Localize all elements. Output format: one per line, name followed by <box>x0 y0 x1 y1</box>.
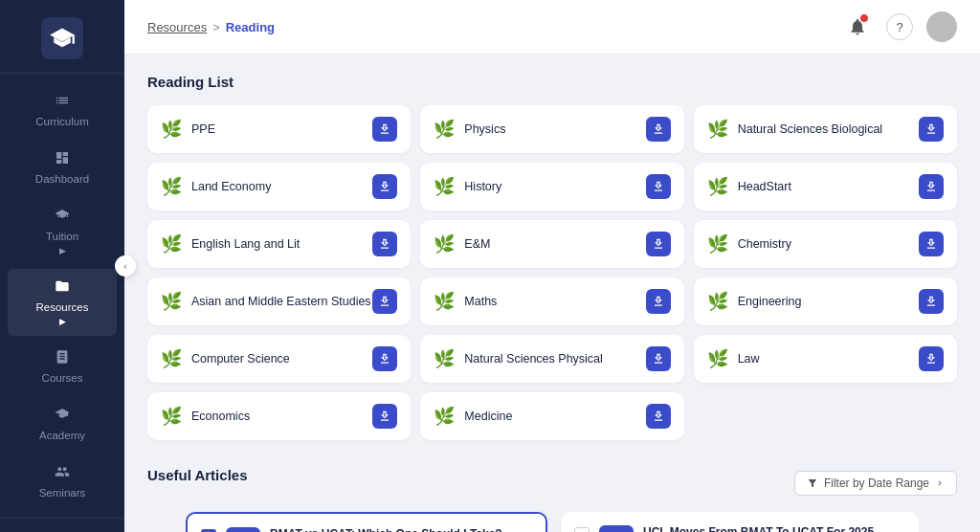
card-label: PPE <box>191 122 215 136</box>
leaf-icon: 🌿 <box>161 233 182 255</box>
reading-card-maths: 🌿 Maths <box>420 277 683 325</box>
card-label: Law <box>738 352 760 366</box>
topbar-actions: ? <box>842 11 957 42</box>
sidebar-item-curriculum[interactable]: Curriculum <box>8 83 117 137</box>
reading-card-headstart: 🌿 HeadStart <box>694 163 957 211</box>
breadcrumb: Resources > Reading <box>147 20 275 34</box>
leaf-icon: 🌿 <box>707 176 728 197</box>
card-label: Physics <box>464 122 505 136</box>
article-card-bmat-ucat[interactable]: 5 Jan BMAT vs UCAT: Which One Should I T… <box>186 512 547 532</box>
courses-icon <box>55 349 70 368</box>
reading-card-medicine: 🌿 Medicine <box>420 392 683 440</box>
reading-card-chemistry: 🌿 Chemistry <box>694 220 957 268</box>
card-left: 🌿 Maths <box>434 291 497 312</box>
breadcrumb-separator: > <box>212 20 220 34</box>
articles-carousel: ‹ 5 Jan BMAT vs UCAT: Which One Should I… <box>147 512 957 532</box>
card-left: 🌿 Computer Science <box>161 348 290 369</box>
sidebar-item-resources[interactable]: Resources ▶ <box>8 269 117 336</box>
download-button[interactable] <box>372 346 397 371</box>
help-circle-button[interactable]: ? <box>886 13 913 40</box>
download-button[interactable] <box>919 346 944 371</box>
leaf-icon: 🌿 <box>161 176 182 197</box>
download-button[interactable] <box>646 232 671 256</box>
card-label: Chemistry <box>738 237 791 251</box>
card-left: 🌿 Law <box>707 348 760 369</box>
download-button[interactable] <box>372 289 397 314</box>
sidebar-item-seminars[interactable]: Seminars <box>8 454 117 508</box>
article-checkbox[interactable] <box>574 527 590 532</box>
article-card-ucl-bmat[interactable]: 5 Jan UCL Moves From BMAT To UCAT For 20… <box>561 512 919 532</box>
sidebar-item-academy[interactable]: Academy <box>8 397 117 451</box>
download-button[interactable] <box>372 117 397 142</box>
sidebar-collapse-button[interactable]: ‹ <box>115 255 136 277</box>
sidebar-item-tuition-label: Tuition <box>46 231 78 242</box>
leaf-icon: 🌿 <box>434 176 455 197</box>
card-left: 🌿 Engineering <box>707 291 802 312</box>
download-button[interactable] <box>646 289 671 314</box>
leaf-icon: 🌿 <box>161 406 182 427</box>
download-button[interactable] <box>646 174 671 199</box>
breadcrumb-parent[interactable]: Resources <box>147 20 207 34</box>
filter-date-button[interactable]: Filter by Date Range <box>794 471 957 496</box>
card-label: Natural Sciences Biological <box>738 122 882 136</box>
download-button[interactable] <box>919 289 944 314</box>
notification-button[interactable] <box>842 11 873 42</box>
sidebar-item-dashboard[interactable]: Dashboard <box>8 141 117 194</box>
content-area: Reading List 🌿 PPE 🌿 Physics 🌿 Natural S… <box>124 55 980 532</box>
leaf-icon: 🌿 <box>161 119 182 140</box>
sidebar-item-curriculum-label: Curriculum <box>35 116 89 127</box>
reading-card-english-lang: 🌿 English Lang and Lit <box>147 220 411 268</box>
reading-card-computer-science: 🌿 Computer Science <box>147 335 411 383</box>
breadcrumb-current: Reading <box>226 20 275 34</box>
article-date-badge: 5 Jan <box>226 527 260 532</box>
download-button[interactable] <box>372 174 397 199</box>
download-button[interactable] <box>372 404 397 429</box>
card-left: 🌿 Chemistry <box>707 233 791 255</box>
download-button[interactable] <box>919 232 944 256</box>
card-left: 🌿 English Lang and Lit <box>161 233 300 255</box>
card-left: 🌿 History <box>434 176 501 197</box>
notification-badge <box>859 13 869 23</box>
leaf-icon: 🌿 <box>434 233 455 255</box>
leaf-icon: 🌿 <box>161 348 182 369</box>
tuition-chevron-icon: ▶ <box>59 246 66 255</box>
main-content: Resources > Reading ? Reading List 🌿 PPE… <box>124 0 980 532</box>
curriculum-icon <box>55 93 70 112</box>
card-left: 🌿 PPE <box>161 119 215 140</box>
card-label: Asian and Middle Eastern Studies <box>191 295 371 308</box>
sidebar-item-tuition[interactable]: Tuition ▶ <box>8 198 117 265</box>
card-label: HeadStart <box>738 180 791 193</box>
reading-card-em: 🌿 E&M <box>420 220 683 268</box>
reading-card-natural-sciences-phys: 🌿 Natural Sciences Physical <box>420 335 683 383</box>
sidebar-item-seminars-label: Seminars <box>39 487 86 499</box>
download-button[interactable] <box>646 346 671 371</box>
card-label: History <box>464 180 501 193</box>
card-left: 🌿 HeadStart <box>707 176 791 197</box>
card-label: Land Economy <box>191 180 271 193</box>
download-button[interactable] <box>919 117 944 142</box>
card-label: Medicine <box>464 410 512 423</box>
reading-card-land-economy: 🌿 Land Economy <box>147 163 411 211</box>
sidebar-item-dashboard-label: Dashboard <box>35 173 89 185</box>
card-left: 🌿 Natural Sciences Physical <box>434 348 603 369</box>
download-button[interactable] <box>646 404 671 429</box>
reading-card-asian-middle-east: 🌿 Asian and Middle Eastern Studies <box>147 277 411 325</box>
download-button[interactable] <box>646 117 671 142</box>
user-avatar[interactable] <box>926 11 957 42</box>
reading-card-physics: 🌿 Physics <box>420 105 683 153</box>
leaf-icon: 🌿 <box>707 348 728 369</box>
card-label: Natural Sciences Physical <box>464 352 603 366</box>
sidebar: Curriculum Dashboard Tuition ▶ Resources… <box>0 0 124 532</box>
card-left: 🌿 Asian and Middle Eastern Studies <box>161 291 371 312</box>
reading-card-natural-sciences-bio: 🌿 Natural Sciences Biological <box>694 105 957 153</box>
sidebar-item-courses[interactable]: Courses <box>8 340 117 393</box>
leaf-icon: 🌿 <box>434 291 455 312</box>
card-left: 🌿 Land Economy <box>161 176 271 197</box>
download-button[interactable] <box>372 232 397 256</box>
card-label: Computer Science <box>191 352 290 366</box>
leaf-icon: 🌿 <box>434 348 455 369</box>
card-label: Engineering <box>738 295 802 308</box>
logo-icon[interactable] <box>41 17 83 59</box>
download-button[interactable] <box>919 174 944 199</box>
articles-header: Useful Articles Filter by Date Range <box>147 467 957 499</box>
